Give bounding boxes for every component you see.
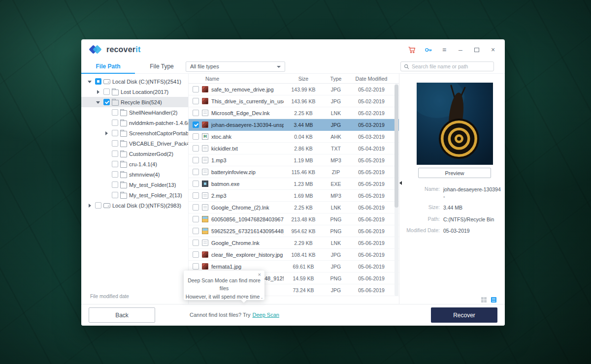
expander-icon[interactable] [103, 182, 110, 188]
tree-checkbox[interactable] [112, 192, 118, 198]
row-checkbox[interactable] [193, 181, 199, 187]
close-icon[interactable]: × [258, 272, 261, 277]
tab-file-path[interactable]: File Path [81, 60, 135, 74]
expander-icon[interactable] [103, 192, 110, 199]
file-type-filter-dropdown[interactable]: All file types [186, 61, 285, 72]
tree-checkbox[interactable] [95, 78, 101, 85]
row-checkbox[interactable] [193, 110, 199, 116]
tree-item[interactable]: Recycle Bin(524) [81, 97, 188, 107]
expander-icon[interactable] [95, 99, 101, 106]
menu-icon[interactable]: ≡ [440, 46, 448, 54]
tree-item[interactable]: My_test_Folder_2(13) [81, 190, 188, 200]
row-checkbox[interactable] [193, 86, 199, 92]
preview-field-label: Name: [401, 186, 440, 200]
file-type: AHK [323, 134, 349, 140]
row-checkbox[interactable] [193, 157, 199, 163]
row-checkbox[interactable] [193, 263, 199, 270]
tree-checkbox[interactable] [112, 130, 118, 136]
back-button[interactable]: Back [89, 307, 155, 323]
maximize-button[interactable] [473, 46, 481, 54]
tree-item[interactable]: CustomizerGod(2) [81, 149, 188, 159]
table-row[interactable]: 59625225_673216143095448_4120... 954.62 … [189, 225, 399, 237]
table-row[interactable]: 2.mp3 1.69 MB MP3 05-05-2019 [189, 190, 399, 202]
tab-file-type[interactable]: File Type [135, 60, 189, 74]
table-row[interactable]: 60050856_1094768284039674_443... 213.48 … [189, 213, 399, 225]
tree-checkbox[interactable] [112, 182, 118, 188]
row-checkbox[interactable] [193, 133, 199, 140]
minimize-button[interactable]: – [457, 46, 464, 54]
tree-item[interactable]: shmnview(4) [81, 169, 188, 180]
tree-item[interactable]: ShellNewHandler(2) [81, 107, 188, 118]
tree-item[interactable]: Local Disk (D:)(NTFS)(2983) [81, 200, 188, 211]
expander-icon[interactable] [103, 109, 110, 116]
expander-icon[interactable] [103, 130, 110, 137]
deep-scan-link[interactable]: Deep Scan [253, 312, 279, 318]
row-checkbox[interactable] [193, 204, 199, 211]
row-checkbox[interactable] [193, 228, 199, 234]
preview-field-label: Modified Date: [401, 227, 440, 234]
table-row[interactable]: Google_Chrome_(2).lnk 2.25 KB LNK 05-06-… [189, 202, 399, 213]
tree-checkbox[interactable] [112, 151, 118, 157]
close-button[interactable]: × [489, 46, 497, 54]
tree-item[interactable]: My_test_Folder(13) [81, 180, 188, 190]
tree-item[interactable]: Lost Location(2017) [81, 87, 188, 97]
table-row[interactable]: clear_file_explorer_history.jpg 108.41 K… [189, 249, 399, 261]
cart-icon[interactable] [408, 46, 416, 54]
expander-icon[interactable] [86, 78, 93, 85]
table-row[interactable]: safe_to_remove_drive.jpg 143.99 KB JPG 0… [189, 84, 399, 95]
recover-button[interactable]: Recover [431, 307, 497, 323]
table-row[interactable]: kickidler.txt 2.86 KB TXT 05-04-2019 [189, 143, 399, 154]
tree-item[interactable]: cru-1.4.1(4) [81, 159, 188, 169]
collapse-preview-icon[interactable] [399, 181, 402, 185]
row-checkbox[interactable] [193, 240, 199, 246]
tree-checkbox[interactable] [112, 140, 118, 147]
expander-icon[interactable] [103, 120, 110, 126]
table-row[interactable]: johan-desaeyere-130394-unsplash.jpg 3.44… [189, 119, 399, 131]
table-row[interactable]: This_drive_is_currently_in_use.jpg 143.9… [189, 95, 399, 107]
tree-checkbox[interactable] [103, 89, 110, 95]
row-checkbox[interactable] [193, 98, 199, 104]
tree-checkbox[interactable] [112, 120, 118, 126]
key-icon[interactable] [424, 46, 432, 54]
grid-view-icon[interactable] [481, 297, 487, 303]
tree-checkbox[interactable] [103, 99, 110, 105]
expander-icon[interactable] [103, 161, 110, 168]
row-checkbox[interactable] [193, 251, 199, 258]
expander-icon[interactable] [103, 151, 110, 157]
table-row[interactable]: batteryinfoview.zip 115.46 KB ZIP 05-05-… [189, 166, 399, 178]
row-checkbox[interactable] [193, 145, 199, 152]
vertical-scrollbar[interactable] [394, 84, 398, 296]
tree-checkbox[interactable] [112, 161, 118, 167]
table-row[interactable]: Microsoft_Edge_Dev.lnk 2.25 KB LNK 05-02… [189, 107, 399, 119]
preview-button[interactable]: Preview [418, 168, 491, 178]
tree-item[interactable]: ScreenshotCaptorPortable [81, 128, 188, 138]
folder-icon [120, 172, 127, 178]
row-checkbox[interactable] [193, 121, 199, 128]
column-header-name[interactable]: Name [193, 76, 284, 82]
search-box[interactable] [400, 61, 494, 71]
table-row[interactable]: batmon.exe 1.23 MB EXE 05-05-2019 [189, 178, 399, 190]
column-header-date[interactable]: Date Modified [349, 76, 394, 82]
column-header-type[interactable]: Type [323, 76, 349, 82]
table-row[interactable]: 1.mp3 1.19 MB MP3 05-05-2019 [189, 154, 399, 166]
tree-item[interactable]: nvlddmkm-patcher-1.4.6(2) [81, 118, 188, 128]
tree-item[interactable]: Local Disk (C:)(NTFS)(2541) [81, 76, 188, 87]
tree-checkbox[interactable] [95, 202, 101, 209]
table-row[interactable]: Google_Chrome.lnk 2.29 KB LNK 05-06-2019 [189, 237, 399, 249]
tree-checkbox[interactable] [112, 171, 118, 178]
expander-icon[interactable] [86, 202, 93, 209]
expander-icon[interactable] [95, 89, 101, 95]
table-row[interactable]: xtoc.ahk 0.04 KB AHK 05-03-2019 [189, 131, 399, 143]
expander-icon[interactable] [103, 171, 110, 178]
tree-checkbox[interactable] [112, 109, 118, 116]
expander-icon[interactable] [103, 140, 110, 147]
search-input[interactable] [412, 63, 491, 69]
tree-item[interactable]: VBCABLE_Driver_Pack43(2 [81, 138, 188, 149]
broken-image-icon [202, 263, 208, 270]
column-header-size[interactable]: Size [284, 76, 323, 82]
row-checkbox[interactable] [193, 216, 199, 222]
scrollbar-thumb[interactable] [394, 85, 398, 208]
list-view-icon[interactable] [491, 297, 496, 303]
row-checkbox[interactable] [193, 169, 199, 175]
row-checkbox[interactable] [193, 192, 199, 199]
